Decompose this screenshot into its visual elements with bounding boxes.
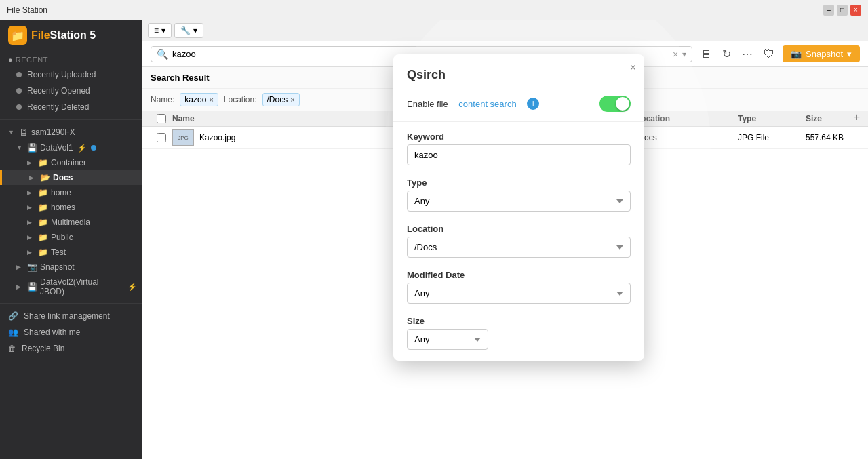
file-thumbnail: JPG [172, 129, 194, 146]
shared-icon: 👥 [8, 327, 18, 337]
trash-icon: 🗑 [8, 344, 16, 353]
filter-remove-name[interactable]: × [209, 96, 213, 104]
sidebar-tree-root[interactable]: ▼ 🖥 sam1290FX [0, 124, 142, 140]
tools-button[interactable]: 🔧 ▾ [174, 23, 203, 38]
row-checkbox-wrap[interactable] [151, 133, 172, 142]
search-right-controls: 🖥 ↻ ⋯ 🛡 📷 Snapshot ▾ [698, 45, 860, 62]
sidebar-recent-label: ● Recent [0, 50, 142, 66]
search-dropdown-button[interactable]: ▾ [682, 49, 686, 59]
dot-icon [16, 104, 22, 110]
qsirch-enable-row: Enable file content search i [393, 90, 644, 117]
toggle-slider [599, 96, 631, 112]
enable-toggle[interactable] [599, 96, 631, 112]
sidebar-item-test[interactable]: ▶ 📁 Test [0, 245, 142, 260]
screen-share-button[interactable]: 🖥 [698, 47, 714, 62]
qsirch-location-label: Location [393, 218, 644, 237]
drive-icon: 💾 [27, 143, 37, 153]
qsirch-location-select[interactable]: /Docs /home /homes /Multimedia /Public [407, 237, 631, 258]
sidebar-item-share-link[interactable]: 🔗 Share link management [0, 308, 142, 324]
column-location: Location [636, 114, 738, 123]
info-icon[interactable]: i [527, 98, 539, 110]
refresh-button[interactable]: ↻ [719, 46, 734, 62]
sidebar-item-container[interactable]: ▶ 📁 Container [0, 155, 142, 170]
dot-icon [16, 72, 22, 77]
logo-icon: 📁 [8, 26, 27, 45]
qsirch-enable-label: Enable file content search i [407, 98, 539, 110]
sidebar-item-recently-uploaded[interactable]: Recently Uploaded [0, 66, 142, 83]
folder-icon: 📁 [38, 188, 48, 197]
folder-icon: 📁 [38, 218, 48, 227]
row-checkbox[interactable] [157, 133, 166, 142]
filter-tag-location[interactable]: /Docs × [262, 93, 300, 106]
qsirch-close-button[interactable]: × [630, 62, 636, 73]
toolbar: ≡ ▾ 🔧 ▾ [142, 20, 868, 41]
sidebar-item-public[interactable]: ▶ 📁 Public [0, 230, 142, 245]
app-logo: 📁 FileStation 5 [0, 20, 142, 50]
protection-button[interactable]: 🛡 [761, 47, 777, 62]
sidebar: 📁 FileStation 5 ● Recent Recently Upload… [0, 20, 142, 459]
sidebar-item-homes[interactable]: ▶ 📁 homes [0, 200, 142, 215]
sidebar-item-datavol1[interactable]: ▼ 💾 DataVol1 ⚡ [0, 140, 142, 155]
dropdown-arrow-icon: ▾ [161, 26, 165, 35]
column-size: Size [806, 114, 860, 123]
qsirch-keyword-label: Keyword [393, 126, 644, 144]
qsirch-modified-date-label: Modified Date [393, 264, 644, 283]
sidebar-item-datavol2[interactable]: ▶ 💾 DataVol2(Virtual JBOD) ⚡ [0, 275, 142, 299]
qsirch-modified-date-select[interactable]: Any Today This Week This Month This Year [407, 283, 631, 304]
qsirch-keyword-input[interactable] [407, 144, 631, 165]
add-column-button[interactable]: + [854, 111, 860, 123]
content-search-link[interactable]: content search [458, 99, 516, 109]
chevron-right-icon: ▶ [27, 189, 35, 196]
qsirch-type-label: Type [393, 172, 644, 191]
more-options-button[interactable]: ⋯ [739, 46, 755, 62]
logo-station: Station 5 [50, 29, 96, 41]
folder-icon: 📁 [38, 203, 48, 212]
dropdown-arrow-icon: ▾ [193, 26, 197, 35]
search-icon: 🔍 [157, 49, 168, 60]
minimize-button[interactable]: – [823, 5, 834, 16]
chevron-right-icon: ▶ [16, 264, 24, 271]
select-all-checkbox-wrap[interactable] [151, 114, 172, 123]
status-badge-blue [91, 145, 96, 151]
chevron-down-icon: ▼ [16, 144, 24, 151]
chevron-right-icon: ▶ [27, 219, 35, 226]
logo-text: FileStation 5 [31, 29, 96, 41]
sidebar-item-recently-deleted[interactable]: Recently Deleted [0, 99, 142, 115]
search-clear-button[interactable]: × [673, 49, 678, 60]
snapshot-button[interactable]: 📷 Snapshot ▾ [783, 45, 860, 62]
view-toggle-button[interactable]: ≡ ▾ [148, 23, 172, 38]
select-all-checkbox[interactable] [157, 114, 166, 123]
filter-tag-name[interactable]: kazoo × [180, 93, 218, 106]
chevron-right-icon: ▶ [27, 159, 35, 166]
title-bar-text: File Station [7, 5, 47, 15]
maximize-button[interactable]: □ [837, 5, 848, 16]
sidebar-item-multimedia[interactable]: ▶ 📁 Multimedia [0, 215, 142, 230]
sidebar-item-home[interactable]: ▶ 📁 home [0, 185, 142, 200]
logo-file: File [31, 29, 50, 41]
share-icon: 🔗 [8, 311, 18, 321]
dot-icon [16, 88, 22, 94]
sidebar-item-recently-opened[interactable]: Recently Opened [0, 83, 142, 99]
chevron-right-icon: ▶ [27, 204, 35, 211]
app-window: 📁 FileStation 5 ● Recent Recently Upload… [0, 20, 868, 459]
chevron-down-icon: ▼ [8, 129, 16, 136]
sidebar-item-recycle-bin[interactable]: 🗑 Recycle Bin [0, 340, 142, 357]
qsirch-panel: × Qsirch Enable file content search i Ke… [393, 54, 644, 361]
snapshot-icon: 📷 [27, 262, 37, 272]
list-icon: ≡ [154, 26, 159, 35]
folder-open-icon: 📂 [40, 173, 50, 182]
sidebar-item-snapshot[interactable]: ▶ 📷 Snapshot [0, 260, 142, 275]
qsirch-size-select[interactable]: Any < 1MB 1MB - 10MB > 10MB [407, 329, 488, 350]
qsirch-type-select[interactable]: Any Image Video Audio Document [407, 191, 631, 212]
qsirch-size-label: Size [393, 311, 644, 329]
sidebar-item-shared-with-me[interactable]: 👥 Shared with me [0, 324, 142, 340]
chevron-right-icon: ▶ [16, 283, 24, 290]
sidebar-item-docs[interactable]: ▶ 📂 Docs [0, 170, 142, 185]
filter-remove-location[interactable]: × [290, 96, 294, 104]
chevron-right-icon: ▶ [29, 174, 37, 181]
chevron-right-icon: ▶ [27, 234, 35, 241]
drive-icon: 💾 [27, 282, 37, 292]
lightning-badge: ⚡ [77, 144, 87, 153]
close-button[interactable]: × [850, 5, 861, 16]
section-divider [393, 121, 644, 122]
